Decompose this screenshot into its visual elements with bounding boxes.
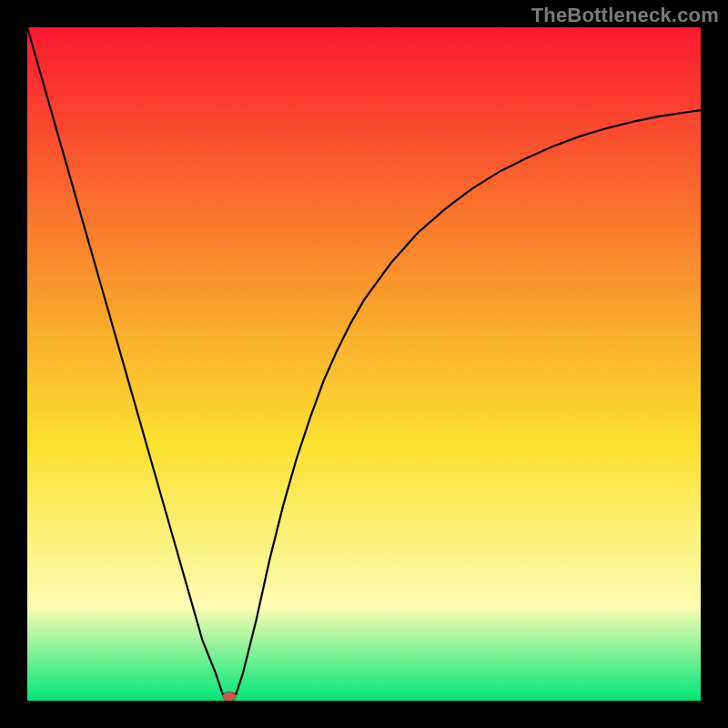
optimal-point-marker [223,692,236,701]
chart-stage: TheBottleneck.com [0,0,728,728]
chart-plot [27,27,701,701]
watermark-text: TheBottleneck.com [531,4,719,27]
plot-background [27,27,701,701]
